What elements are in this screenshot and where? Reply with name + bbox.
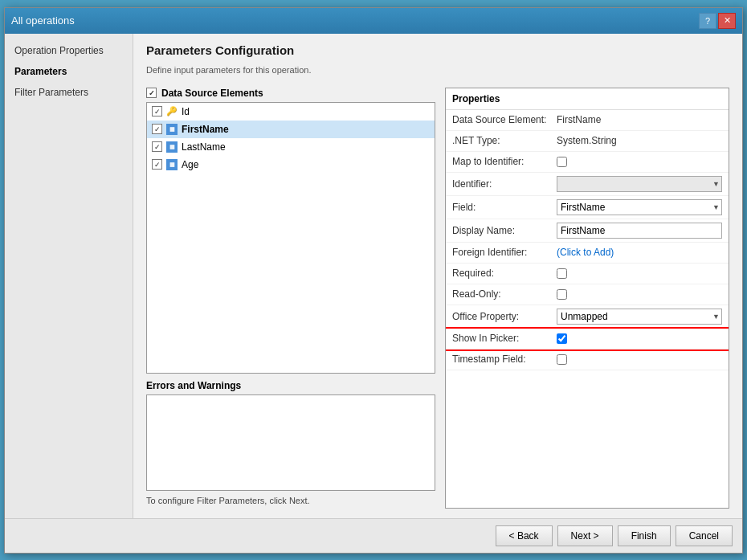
datasource-header-checkbox[interactable] xyxy=(146,88,157,98)
left-panel: Data Source Elements 🔑 Id xyxy=(146,88,435,509)
sidebar-item-operation-properties[interactable]: Operation Properties xyxy=(5,40,133,61)
list-item[interactable]: ▦ LastName xyxy=(147,138,435,156)
office-property-select-wrapper: Unmapped ▼ xyxy=(557,309,722,325)
section-subtitle: Define input parameters for this operati… xyxy=(146,65,729,75)
read-only-checkbox[interactable] xyxy=(557,289,567,300)
list-item[interactable]: ▦ Age xyxy=(147,156,435,174)
cancel-button[interactable]: Cancel xyxy=(676,525,733,546)
properties-title: Properties xyxy=(446,88,729,110)
office-property-select[interactable]: Unmapped xyxy=(557,309,721,324)
prop-row-display-name: Display Name: xyxy=(446,219,729,243)
foreign-identifier-link[interactable]: (Click to Add) xyxy=(557,247,614,258)
prop-row-read-only: Read-Only: xyxy=(446,284,729,305)
datasource-list: 🔑 Id ▦ FirstName xyxy=(146,102,435,374)
prop-row-net-type: .NET Type: System.String xyxy=(446,131,729,152)
help-button[interactable]: ? xyxy=(699,13,716,29)
show-in-picker-checkbox[interactable] xyxy=(557,333,567,344)
field-select[interactable]: FirstName xyxy=(557,200,721,215)
identifier-select-wrapper: ▼ xyxy=(557,176,722,192)
datasource-header: Data Source Elements xyxy=(146,88,435,99)
field-select-wrapper: FirstName ▼ xyxy=(557,199,722,215)
errors-section: Errors and Warnings xyxy=(146,380,435,491)
footer-note: To configure Filter Parameters, click Ne… xyxy=(146,496,435,509)
table-icon: ▦ xyxy=(165,141,178,153)
prop-row-identifier: Identifier: ▼ xyxy=(446,173,729,196)
prop-row-show-in-picker: Show In Picker: xyxy=(446,329,729,349)
back-button[interactable]: < Back xyxy=(496,525,553,546)
next-button[interactable]: Next > xyxy=(557,525,613,546)
dialog: All operations ? ✕ Operation Properties … xyxy=(4,7,743,554)
key-icon: 🔑 xyxy=(165,105,178,118)
item-checkbox-lastname[interactable] xyxy=(152,141,162,152)
required-checkbox[interactable] xyxy=(557,268,567,279)
content-area: Data Source Elements 🔑 Id xyxy=(146,88,729,509)
title-bar: All operations ? ✕ xyxy=(5,8,742,34)
section-title: Parameters Configuration xyxy=(146,43,729,57)
item-checkbox-id[interactable] xyxy=(152,106,162,116)
sidebar-item-parameters[interactable]: Parameters xyxy=(5,61,133,82)
display-name-input[interactable] xyxy=(557,223,722,239)
identifier-select[interactable] xyxy=(557,177,721,191)
table-icon: ▦ xyxy=(165,123,178,136)
dialog-title: All operations xyxy=(11,14,75,27)
prop-row-foreign-identifier: Foreign Identifier: (Click to Add) xyxy=(446,243,729,264)
finish-button[interactable]: Finish xyxy=(618,525,671,546)
list-item[interactable]: ▦ FirstName xyxy=(147,121,435,138)
errors-label: Errors and Warnings xyxy=(146,380,435,391)
map-to-identifier-checkbox[interactable] xyxy=(557,157,567,167)
prop-row-timestamp-field: Timestamp Field: xyxy=(446,349,729,370)
errors-box xyxy=(146,394,435,491)
title-bar-buttons: ? ✕ xyxy=(699,13,736,29)
sidebar: Operation Properties Parameters Filter P… xyxy=(5,34,133,518)
list-item[interactable]: 🔑 Id xyxy=(147,103,435,121)
dialog-footer: < Back Next > Finish Cancel xyxy=(5,518,742,553)
item-checkbox-firstname[interactable] xyxy=(152,124,162,134)
item-checkbox-age[interactable] xyxy=(152,159,162,170)
close-button[interactable]: ✕ xyxy=(718,13,736,29)
table-icon: ▦ xyxy=(165,158,178,171)
timestamp-field-checkbox[interactable] xyxy=(557,354,567,365)
main-content: Parameters Configuration Define input pa… xyxy=(133,34,742,518)
sidebar-item-filter-parameters[interactable]: Filter Parameters xyxy=(5,82,133,103)
prop-row-map-to-identifier: Map to Identifier: xyxy=(446,152,729,173)
dialog-body: Operation Properties Parameters Filter P… xyxy=(5,34,742,518)
prop-row-office-property: Office Property: Unmapped ▼ xyxy=(446,305,729,329)
right-panel: Properties Data Source Element: FirstNam… xyxy=(445,88,729,509)
prop-row-data-source-element: Data Source Element: FirstName xyxy=(446,110,729,131)
prop-row-required: Required: xyxy=(446,264,729,284)
prop-row-field: Field: FirstName ▼ xyxy=(446,196,729,219)
properties-box: Properties Data Source Element: FirstNam… xyxy=(445,88,729,509)
